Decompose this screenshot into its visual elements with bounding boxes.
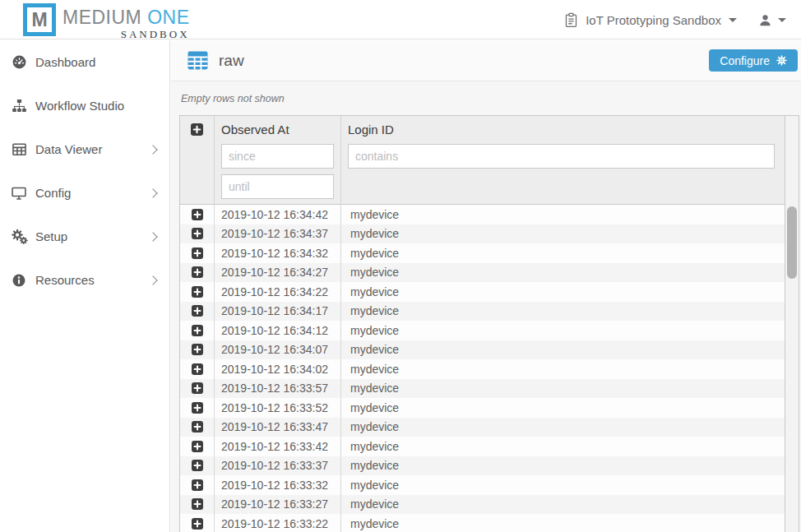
chevron-right-icon bbox=[148, 145, 157, 154]
configure-button-label: Configure bbox=[720, 54, 770, 67]
chevron-right-icon bbox=[148, 232, 157, 241]
main-content: raw Configure Empty rows not shown Obser… bbox=[171, 40, 801, 532]
table-row: 2019-10-12 16:33:57 mydevice bbox=[180, 379, 785, 399]
row-login-id: mydevice bbox=[341, 398, 785, 418]
expand-row-button[interactable] bbox=[192, 325, 203, 336]
table-row: 2019-10-12 16:33:42 mydevice bbox=[180, 437, 785, 456]
table-blue-icon bbox=[188, 51, 208, 70]
expand-row-button[interactable] bbox=[192, 479, 203, 491]
sidebar-item-label: Dashboard bbox=[35, 55, 95, 69]
sidebar-item-config[interactable]: Config bbox=[0, 171, 169, 215]
row-observed-at: 2019-10-12 16:34:32 bbox=[215, 243, 341, 263]
table-header: Observed At Login ID bbox=[180, 116, 785, 205]
table-row: 2019-10-12 16:34:32 mydevice bbox=[180, 243, 785, 263]
filter-since-input[interactable] bbox=[221, 144, 334, 169]
configure-button[interactable]: Configure bbox=[709, 49, 798, 72]
expand-row-button[interactable] bbox=[192, 344, 203, 355]
top-header: M MEDIUM ONE SANDBOX IoT Prototyping San… bbox=[0, 0, 801, 39]
table-row: 2019-10-12 16:34:22 mydevice bbox=[180, 282, 785, 302]
gears-icon bbox=[10, 229, 28, 245]
brand-name-medium: MEDIUM bbox=[63, 7, 141, 28]
expand-row-button[interactable] bbox=[192, 228, 203, 239]
expand-row-button[interactable] bbox=[192, 382, 203, 394]
raw-events-table: Observed At Login ID 2019-10-12 16:34:42… bbox=[179, 115, 799, 532]
empty-rows-note: Empty rows not shown bbox=[181, 93, 285, 104]
table-scrollbar-thumb[interactable] bbox=[787, 206, 797, 279]
sidebar-item-setup[interactable]: Setup bbox=[0, 215, 169, 258]
row-login-id: mydevice bbox=[341, 243, 785, 263]
logo-letter: M bbox=[31, 9, 47, 31]
dashboard-gauge-icon bbox=[10, 54, 28, 70]
expand-all-button[interactable] bbox=[191, 123, 203, 136]
expand-row-button[interactable] bbox=[192, 305, 203, 317]
expand-row-button[interactable] bbox=[192, 460, 203, 471]
chevron-right-icon bbox=[148, 275, 157, 285]
table-body: 2019-10-12 16:34:42 mydevice 2019-10-12 … bbox=[180, 205, 785, 532]
gear-icon bbox=[776, 55, 787, 66]
row-observed-at: 2019-10-12 16:33:52 bbox=[215, 398, 341, 418]
row-login-id: mydevice bbox=[341, 359, 785, 379]
table-row: 2019-10-12 16:34:02 mydevice bbox=[180, 359, 785, 379]
brand-name: MEDIUM ONE bbox=[63, 7, 190, 28]
sidebar-nav: Dashboard Workflow Studio Data Viewer Co… bbox=[0, 40, 170, 532]
table-row: 2019-10-12 16:33:52 mydevice bbox=[180, 398, 785, 418]
brand-name-one: ONE bbox=[147, 7, 189, 28]
brand-logo[interactable]: M MEDIUM ONE SANDBOX bbox=[23, 3, 190, 40]
row-login-id: mydevice bbox=[341, 418, 785, 437]
table-row: 2019-10-12 16:33:47 mydevice bbox=[180, 418, 785, 437]
row-login-id: mydevice bbox=[341, 205, 785, 224]
sidebar-item-data-viewer[interactable]: Data Viewer bbox=[0, 127, 169, 171]
chevron-right-icon bbox=[148, 188, 157, 197]
filter-until-input[interactable] bbox=[221, 174, 334, 199]
row-observed-at: 2019-10-12 16:33:47 bbox=[215, 418, 341, 437]
sidebar-item-label: Resources bbox=[35, 273, 95, 287]
table-row: 2019-10-12 16:34:37 mydevice bbox=[180, 224, 785, 244]
column-header-observed-at: Observed At bbox=[221, 123, 334, 136]
expand-row-button[interactable] bbox=[192, 247, 203, 259]
chevron-down-icon bbox=[729, 18, 737, 22]
page-title: raw bbox=[219, 52, 244, 70]
sidebar-item-label: Workflow Studio bbox=[35, 99, 124, 113]
row-observed-at: 2019-10-12 16:34:02 bbox=[215, 359, 341, 379]
table-scrollbar-track[interactable] bbox=[785, 116, 799, 532]
sidebar-item-label: Setup bbox=[35, 229, 67, 243]
table-row: 2019-10-12 16:33:22 mydevice bbox=[180, 514, 785, 532]
project-selector-label: IoT Prototyping Sandbox bbox=[586, 13, 721, 27]
expand-row-button[interactable] bbox=[192, 441, 203, 452]
filter-contains-input[interactable] bbox=[348, 144, 775, 169]
row-observed-at: 2019-10-12 16:34:17 bbox=[215, 302, 341, 322]
expand-row-button[interactable] bbox=[192, 518, 203, 530]
sidebar-item-workflow-studio[interactable]: Workflow Studio bbox=[0, 84, 169, 127]
row-observed-at: 2019-10-12 16:34:37 bbox=[215, 224, 341, 244]
sidebar-item-label: Config bbox=[35, 186, 71, 200]
row-observed-at: 2019-10-12 16:34:12 bbox=[215, 321, 341, 340]
project-selector-dropdown[interactable]: IoT Prototyping Sandbox bbox=[564, 12, 737, 28]
row-observed-at: 2019-10-12 16:33:27 bbox=[215, 495, 341, 515]
row-observed-at: 2019-10-12 16:33:57 bbox=[215, 379, 341, 399]
row-observed-at: 2019-10-12 16:34:42 bbox=[215, 205, 341, 224]
user-menu-dropdown[interactable] bbox=[758, 13, 786, 27]
user-icon bbox=[758, 13, 772, 27]
row-observed-at: 2019-10-12 16:34:07 bbox=[215, 340, 341, 360]
expand-row-button[interactable] bbox=[192, 266, 203, 278]
table-row: 2019-10-12 16:34:07 mydevice bbox=[180, 340, 785, 360]
expand-row-button[interactable] bbox=[192, 421, 203, 433]
row-login-id: mydevice bbox=[341, 514, 785, 532]
row-observed-at: 2019-10-12 16:34:22 bbox=[215, 282, 341, 302]
sidebar-item-dashboard[interactable]: Dashboard bbox=[0, 40, 169, 84]
row-observed-at: 2019-10-12 16:34:27 bbox=[215, 263, 341, 283]
expand-row-button[interactable] bbox=[192, 286, 203, 298]
row-login-id: mydevice bbox=[341, 456, 785, 476]
row-login-id: mydevice bbox=[341, 263, 785, 283]
row-login-id: mydevice bbox=[341, 379, 785, 399]
expand-row-button[interactable] bbox=[192, 209, 203, 220]
expand-row-button[interactable] bbox=[192, 498, 203, 510]
stream-title-bar: raw Configure bbox=[171, 40, 801, 81]
table-row: 2019-10-12 16:34:17 mydevice bbox=[180, 302, 785, 322]
sidebar-item-resources[interactable]: Resources bbox=[0, 258, 169, 302]
expand-row-button[interactable] bbox=[192, 363, 203, 375]
sitemap-icon bbox=[10, 98, 28, 113]
expand-row-button[interactable] bbox=[192, 402, 203, 414]
row-login-id: mydevice bbox=[341, 302, 785, 322]
row-login-id: mydevice bbox=[341, 495, 785, 515]
